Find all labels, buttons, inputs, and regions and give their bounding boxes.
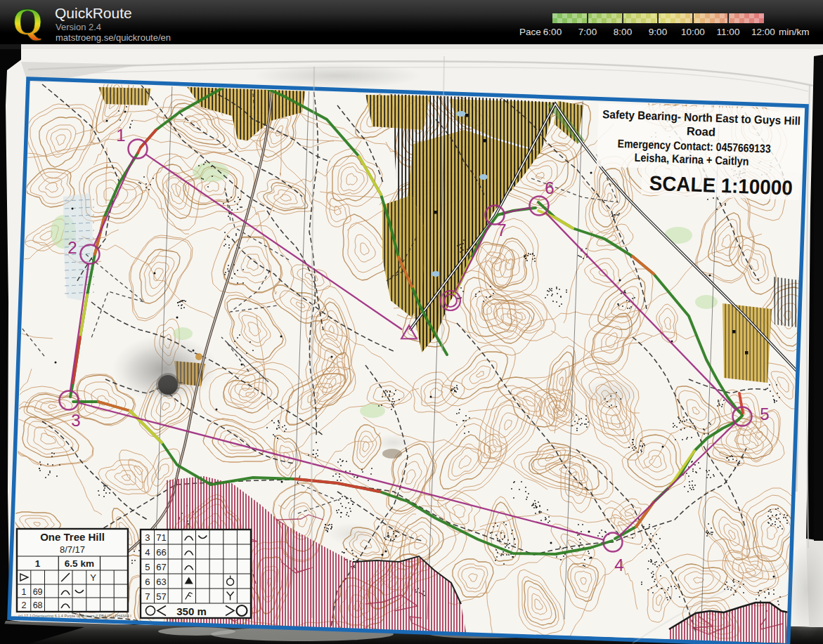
svg-text:Y: Y	[90, 572, 96, 583]
svg-text:67: 67	[156, 562, 166, 572]
svg-text:5: 5	[760, 405, 769, 423]
svg-text:66: 66	[156, 547, 166, 558]
svg-text:69: 69	[33, 587, 43, 597]
svg-text:1: 1	[35, 558, 41, 569]
svg-text:One Tree Hill: One Tree Hill	[40, 531, 105, 543]
svg-text:1: 1	[21, 587, 26, 597]
svg-text:6: 6	[145, 577, 150, 587]
svg-text:2: 2	[21, 600, 26, 610]
svg-text:2: 2	[67, 238, 77, 257]
svg-text:6: 6	[545, 178, 554, 197]
svg-text:3: 3	[71, 411, 80, 430]
svg-text:57: 57	[156, 591, 166, 602]
svg-text:Road: Road	[687, 124, 716, 138]
svg-text:350 m: 350 m	[176, 605, 207, 617]
svg-text:5: 5	[145, 562, 150, 572]
svg-text:7: 7	[497, 221, 506, 239]
svg-text:71: 71	[156, 532, 166, 543]
svg-text:7: 7	[145, 591, 150, 602]
svg-text:4: 4	[614, 556, 623, 574]
svg-text:4: 4	[145, 547, 150, 558]
svg-text:63: 63	[156, 577, 166, 587]
svg-text:68: 68	[33, 600, 43, 610]
svg-text:6.5 km: 6.5 km	[65, 558, 94, 569]
svg-text:8/7/17: 8/7/17	[60, 544, 85, 555]
svg-text:3: 3	[145, 532, 150, 543]
svg-text:1: 1	[116, 126, 125, 145]
